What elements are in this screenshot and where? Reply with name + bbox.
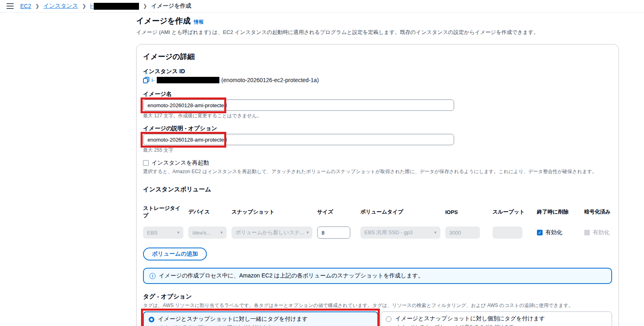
tag-option-together[interactable]: イメージとスナップショットに対し一緒にタグを付けます イメージとスナップショット… (143, 311, 378, 326)
instance-volumes-heading: インスタンスボリューム (143, 186, 612, 193)
card-title: イメージの詳細 (143, 52, 612, 61)
reboot-checkbox[interactable] (143, 160, 149, 166)
encrypted-checkbox (584, 230, 590, 235)
column-encrypted: 暗号化済み (584, 208, 619, 216)
volume-type-select: EBS 汎用 SSD - gp3 ▼ (360, 227, 440, 239)
chevron-down-icon: ▼ (220, 231, 223, 235)
column-size: サイズ (317, 208, 356, 216)
delete-on-termination-checkbox[interactable]: ✓ (537, 230, 543, 235)
breadcrumb-separator: ❯ (82, 3, 86, 9)
throughput-input (492, 227, 522, 239)
tag-option-together-sub: イメージとスナップショットに同じタグを付けます。 (158, 324, 308, 326)
info-link[interactable]: 情報 (194, 19, 204, 25)
tags-heading: タグ - オプション (143, 293, 612, 301)
breadcrumb-separator: ❯ (35, 3, 39, 9)
storage-type-select: EBS ▼ (143, 227, 183, 239)
chevron-down-icon: ▼ (306, 231, 309, 235)
tag-option-together-title: イメージとスナップショットに対し一緒にタグを付けます (158, 315, 308, 323)
column-snapshot: スナップショット (232, 208, 312, 216)
add-volume-button[interactable]: ボリュームの追加 (143, 248, 207, 260)
encrypted-label: 有効化 (593, 229, 610, 236)
chevron-down-icon: ▼ (177, 231, 180, 235)
instance-id-label: インスタンス ID (143, 68, 612, 75)
menu-icon[interactable] (6, 3, 14, 9)
tag-option-separate-sub: イメージとスナップショットに異なるタグを付けます。 (395, 324, 545, 326)
image-description-constraint: 最大 255 文字 (143, 147, 612, 154)
breadcrumb-separator: ❯ (143, 3, 147, 9)
column-volume-type: ボリュームタイプ (360, 208, 440, 216)
redaction-box (94, 3, 139, 10)
column-device: デバイス (188, 208, 227, 216)
image-details-card: イメージの詳細 インスタンス ID i- (enomoto-20260126-e… (136, 44, 619, 326)
page-description: イメージ (AMI とも呼ばれます) は、EC2 インスタンスの起動時に適用され… (136, 29, 619, 36)
info-alert-text: イメージの作成プロセス中に、Amazon EC2 は上記の各ボリュームのスナップ… (159, 272, 424, 279)
column-throughput: スループット (492, 208, 532, 216)
column-iops: IOPS (445, 209, 488, 215)
instance-id-value[interactable]: i- (152, 77, 155, 83)
image-name-constraint: 最大 127 文字。作成後に変更することはできません。 (143, 112, 612, 119)
page-title: イメージを作成 (136, 16, 191, 26)
image-description-label: イメージの説明 - オプション (143, 125, 612, 132)
breadcrumb: EC2 ❯ インスタンス ❯ i- ❯ イメージを作成 (0, 0, 644, 13)
radio-unselected-icon[interactable] (386, 316, 391, 322)
breadcrumb-ec2[interactable]: EC2 (20, 3, 31, 9)
tag-option-separate-title: イメージとスナップショットに対し個別にタグを付けます (395, 315, 545, 322)
reboot-help: 選択すると、Amazon EC2 はインスタンスを再起動して、アタッチされたボリ… (143, 168, 612, 175)
radio-selected-icon[interactable] (149, 317, 154, 322)
tag-option-separate[interactable]: イメージとスナップショットに対し個別にタグを付けます イメージとスナップショット… (381, 311, 612, 326)
breadcrumb-current: イメージを作成 (151, 2, 191, 10)
info-alert: i イメージの作成プロセス中に、Amazon EC2 は上記の各ボリュームのスナ… (143, 268, 612, 284)
tags-description: タグは、AWS リソースに割り当てるラベルです。各タグはキーとオプションの値で構… (143, 302, 612, 309)
size-input[interactable] (317, 227, 350, 239)
delete-on-termination-label: 有効化 (545, 229, 562, 236)
instance-name: (enomoto-20260126-ec2-protected-1a) (221, 77, 319, 83)
device-select: /dev/x... ▼ (188, 227, 227, 239)
info-icon: i (149, 273, 156, 279)
iops-input: 3000 (445, 227, 480, 239)
breadcrumb-instances[interactable]: インスタンス (43, 2, 78, 10)
image-name-input[interactable] (143, 99, 454, 111)
chevron-down-icon: ▼ (434, 231, 437, 235)
breadcrumb-instance-id[interactable]: i- (90, 2, 139, 10)
reboot-label: インスタンスを再起動 (152, 159, 209, 167)
snapshot-select: ボリュームから新しいスナ... ▼ (232, 227, 312, 239)
copy-icon[interactable] (143, 77, 149, 83)
image-description-input[interactable] (143, 134, 454, 145)
image-name-label: イメージ名 (143, 91, 612, 98)
column-storage-type: ストレージタイプ (143, 205, 183, 219)
column-delete-on-termination: 終了時に削除 (537, 208, 579, 216)
redaction-box (157, 77, 219, 83)
